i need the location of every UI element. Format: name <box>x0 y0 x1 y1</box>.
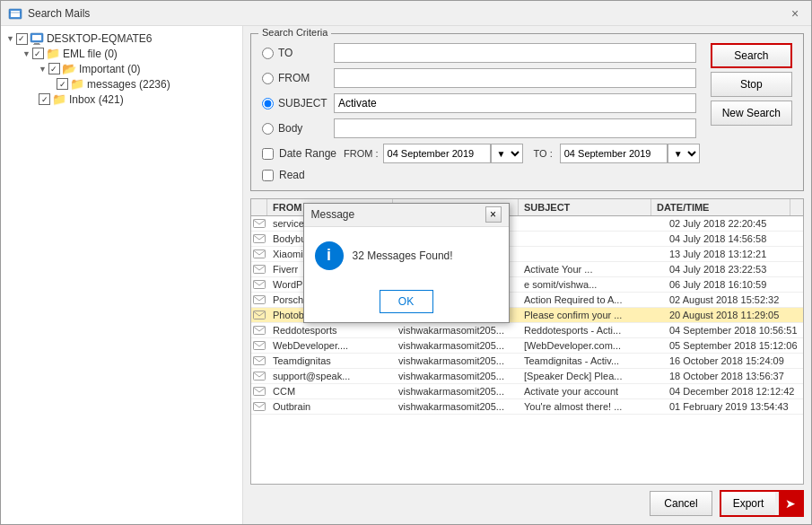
modal-title: Message <box>311 208 485 221</box>
modal-body: i 32 Messages Found! <box>304 227 509 284</box>
info-icon: i <box>315 241 344 270</box>
modal-overlay: Message × i 32 Messages Found! OK <box>0 0 812 525</box>
ok-button[interactable]: OK <box>380 290 433 313</box>
modal-close-button[interactable]: × <box>485 206 502 223</box>
modal-footer: OK <box>304 284 509 322</box>
modal-message: 32 Messages Found! <box>353 249 453 262</box>
modal-title-bar: Message × <box>304 204 509 227</box>
message-modal: Message × i 32 Messages Found! OK <box>303 203 510 323</box>
